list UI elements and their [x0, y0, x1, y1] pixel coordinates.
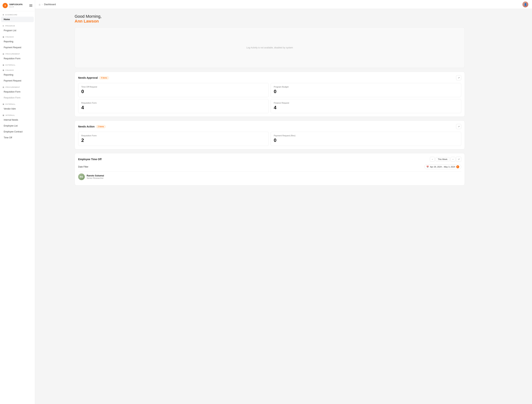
needs-approval-stats: Time Off Request 0 Program Budget 0 Requ…: [78, 83, 461, 113]
stat-finance-request-label: Finance Request: [274, 102, 458, 104]
needs-action-title: Needs Action: [78, 125, 95, 128]
stat-requisition-form: Requisition Form 4: [78, 99, 269, 113]
date-filter-clear-button[interactable]: ✕: [456, 165, 459, 168]
stat-time-off-request: Time Off Request 0: [78, 83, 269, 97]
stat-program-budget-value: 0: [274, 89, 458, 95]
week-label: This Week: [435, 157, 450, 161]
stat-program-budget-label: Program Budget: [274, 86, 458, 88]
sidebar-item-reporting-ext[interactable]: Reporting: [1, 72, 34, 78]
greeting-section: Good Morning, Ann Lawson: [75, 14, 528, 24]
stat-program-budget: Program Budget 0: [271, 83, 461, 97]
calendar-icon: 📅: [426, 166, 429, 168]
employee-avatar: RS: [78, 173, 85, 180]
week-next-button[interactable]: ›: [450, 157, 455, 162]
right-panel: Log Activity is not available, disabled …: [75, 27, 465, 68]
stat-requisition-action: Requisition Form 2: [78, 132, 269, 146]
log-activity-panel: Log Activity is not available, disabled …: [75, 27, 465, 68]
stat-finance-request: Finance Request 4: [271, 99, 461, 113]
needs-action-badge: 2 items: [96, 125, 106, 128]
sidebar-section-dashboard: ⊞ DASHBOARD: [0, 11, 35, 16]
sidebar-item-payment-request[interactable]: Payment Request: [1, 45, 34, 50]
sidebar-section-program: ⊟ PROGRAM: [0, 22, 35, 27]
procurement-section-icon: ▤: [3, 53, 4, 55]
sidebar-item-program-list[interactable]: Program List: [1, 28, 34, 33]
sidebar-item-reporting[interactable]: Reporting: [1, 39, 34, 44]
stat-payment-rev-label: Payment Request (Rev): [274, 134, 458, 137]
sidebar-section-external: ▣ EXTERNAL: [0, 62, 35, 67]
needs-action-external-btn[interactable]: ↗: [456, 124, 461, 129]
sidebar-section-internal: ▩ INTERNAL: [0, 112, 35, 117]
stat-finance-request-value: 4: [274, 105, 458, 110]
sidebar: S SIMPUSKAPA v1.2.9 ⊞ DASHBOARD Home ⊟ P…: [0, 0, 35, 404]
sidebar-item-employee-list[interactable]: Employee List: [1, 123, 34, 129]
app-name: SIMPUSKAPA: [9, 3, 23, 6]
week-nav: ‹ This Week › ↗: [430, 157, 461, 162]
date-filter-row: Date Filter 📅 Apr 29, 2024 – May 3, 2024…: [78, 164, 461, 169]
needs-approval-card: Needs Approval 4 items ↗ Time Off Reques…: [75, 72, 465, 117]
needs-action-card: Needs Action 2 items ↗ Requisition Form …: [75, 120, 465, 149]
program-section-icon: ⊟: [3, 25, 4, 27]
stat-requisition-action-label: Requisition Form: [81, 134, 266, 137]
stat-payment-request-rev: Payment Request (Rev) 0: [271, 132, 461, 146]
external-section-icon: ▣: [3, 64, 4, 66]
sidebar-section-external2: ▣ EXTERNAL: [0, 101, 35, 106]
topbar: ⌂ › Dashboard 👤: [35, 0, 532, 9]
sidebar-item-requisition-form[interactable]: Requisition Form: [1, 56, 34, 61]
stat-requisition-label: Requisition Form: [81, 102, 266, 104]
sidebar-item-payment-request-ext[interactable]: Payment Request: [1, 78, 34, 83]
sidebar-section-finance-ext: ▦ FINANCE: [0, 67, 35, 72]
needs-approval-header: Needs Approval 4 items ↗: [78, 75, 461, 80]
sidebar-item-time-off[interactable]: Time Off: [1, 135, 34, 140]
date-filter-pill[interactable]: 📅 Apr 29, 2024 – May 3, 2024 ✕: [424, 164, 461, 169]
employee-role: Senior Researcher: [87, 177, 104, 179]
needs-action-stats: Requisition Form 2 Payment Request (Rev)…: [78, 132, 461, 146]
timeoff-header: Employee Time Off ‹ This Week › ↗: [78, 157, 461, 162]
employee-time-off-card: Employee Time Off ‹ This Week › ↗ Date F…: [75, 153, 465, 185]
logo-icon: S: [3, 3, 8, 8]
hamburger-button[interactable]: [29, 4, 32, 7]
sidebar-item-home[interactable]: Home: [1, 17, 34, 22]
sidebar-item-employee-contract[interactable]: Employee Contract: [1, 129, 34, 134]
needs-approval-badge: 4 items: [99, 76, 109, 79]
week-prev-button[interactable]: ‹: [430, 157, 435, 162]
logo-text-block: SIMPUSKAPA v1.2.9: [9, 3, 23, 7]
greeting-morning: Good Morning,: [75, 14, 528, 19]
finance-section-icon: ▦: [3, 36, 4, 38]
sidebar-logo: S SIMPUSKAPA v1.2.9: [0, 0, 35, 11]
sidebar-item-requisition-form-ext[interactable]: Requisition Form: [1, 89, 34, 95]
needs-approval-external-btn[interactable]: ↗: [456, 75, 461, 80]
main-content: Good Morning, Ann Lawson Needs Approval …: [70, 9, 532, 404]
sidebar-item-requisition-form-ext2[interactable]: Requisition Form: [1, 95, 34, 101]
user-avatar[interactable]: 👤: [522, 1, 528, 7]
sidebar-item-vendor-adm[interactable]: Vendor Adm: [1, 106, 34, 112]
home-icon[interactable]: ⌂: [39, 3, 40, 6]
stat-requisition-value: 4: [81, 105, 266, 110]
procurement-ext-section-icon: ▤: [3, 86, 4, 88]
stat-payment-rev-value: 0: [274, 138, 458, 143]
date-filter-label: Date Filter: [78, 165, 88, 168]
sidebar-section-finance: ▦ FINANCE: [0, 33, 35, 39]
needs-action-header: Needs Action 2 items ↗: [78, 124, 461, 129]
sidebar-section-procurement-ext: ▤ PROCUREMENT: [0, 84, 35, 89]
timeoff-title: Employee Time Off: [78, 158, 101, 161]
breadcrumb-chevron: ›: [42, 3, 43, 6]
finance-ext-section-icon: ▦: [3, 69, 4, 71]
sidebar-section-procurement: ▤ PROCUREMENT: [0, 50, 35, 56]
log-activity-message: Log Activity is not available, disabled …: [247, 46, 293, 49]
timeoff-external-btn[interactable]: ↗: [456, 157, 461, 162]
employee-name: Ranoto Sukamai: [87, 174, 104, 177]
date-range-text: Apr 29, 2024 – May 3, 2024: [430, 166, 455, 168]
employee-row: RS Ranoto Sukamai Senior Researcher: [78, 171, 461, 182]
employee-initials: RS: [80, 176, 83, 178]
external2-section-icon: ▣: [3, 103, 4, 105]
greeting-name: Ann Lawson: [75, 19, 528, 24]
employee-info: Ranoto Sukamai Senior Researcher: [87, 174, 104, 179]
sidebar-item-internal-needs[interactable]: Internal Needs: [1, 117, 34, 123]
needs-approval-title: Needs Approval: [78, 76, 98, 79]
breadcrumb-title: Dashboard: [44, 3, 56, 6]
dashboard-section-icon: ⊞: [3, 14, 4, 16]
app-version: v1.2.9: [9, 6, 23, 8]
stat-time-off-label: Time Off Request: [81, 86, 266, 88]
stat-requisition-action-value: 2: [81, 138, 266, 143]
internal-section-icon: ▩: [3, 114, 4, 116]
